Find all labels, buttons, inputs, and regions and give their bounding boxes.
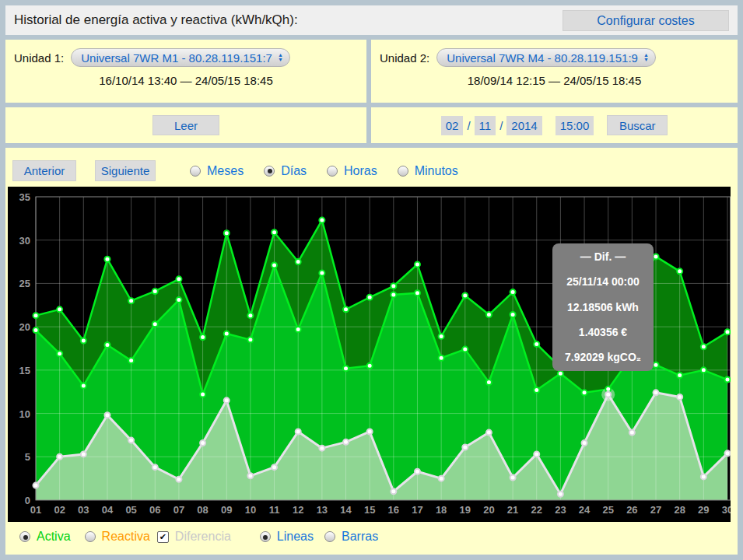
period-option-minutos[interactable]: Minutos [398, 164, 458, 178]
data-point[interactable] [104, 412, 110, 418]
data-point[interactable] [558, 492, 563, 497]
legend-option-diferencia[interactable]: ✔ Diferencia [157, 530, 231, 544]
radio-icon-selected[interactable] [260, 531, 271, 542]
data-point[interactable] [57, 306, 62, 312]
data-point[interactable] [57, 351, 62, 356]
data-point[interactable] [176, 276, 181, 282]
data-point[interactable] [534, 451, 539, 457]
data-point[interactable] [33, 313, 39, 318]
data-point[interactable] [296, 327, 301, 332]
data-point[interactable] [582, 390, 587, 395]
unit1-device-select[interactable]: Universal 7WR M1 - 80.28.119.151:7 ▲▼ [71, 48, 290, 67]
legend-option-lineas[interactable]: Lineas [260, 530, 314, 544]
data-point[interactable] [582, 440, 587, 446]
data-point[interactable] [677, 268, 682, 274]
radio-icon[interactable] [85, 531, 96, 542]
period-option-meses[interactable]: Meses [190, 164, 244, 178]
data-point[interactable] [319, 446, 324, 451]
data-point[interactable] [224, 397, 230, 403]
data-point[interactable] [486, 312, 492, 317]
period-option-horas[interactable]: Horas [327, 164, 377, 178]
month-field[interactable]: 11 [475, 116, 496, 135]
data-point[interactable] [104, 257, 110, 262]
data-point[interactable] [104, 342, 110, 348]
radio-icon-selected[interactable] [264, 166, 275, 177]
data-point[interactable] [200, 440, 205, 446]
data-point[interactable] [654, 362, 659, 368]
data-point[interactable] [81, 451, 86, 457]
data-point[interactable] [510, 312, 516, 317]
data-point[interactable] [247, 313, 253, 318]
data-point[interactable] [128, 298, 134, 303]
data-point[interactable] [391, 292, 396, 297]
radio-icon[interactable] [190, 166, 201, 177]
data-point[interactable] [296, 429, 301, 434]
data-point[interactable] [200, 392, 205, 397]
data-point[interactable] [701, 474, 706, 479]
data-point[interactable] [152, 464, 158, 470]
data-point[interactable] [510, 475, 516, 481]
data-point[interactable] [176, 297, 181, 303]
data-point[interactable] [724, 329, 730, 334]
data-point[interactable] [439, 355, 444, 361]
data-point[interactable] [33, 327, 39, 333]
data-point[interactable] [200, 334, 205, 340]
data-point[interactable] [677, 394, 682, 400]
data-point[interactable] [462, 445, 468, 450]
data-point[interactable] [629, 430, 635, 436]
read-button[interactable]: Leer [152, 115, 219, 135]
checkbox-checked-icon[interactable]: ✔ [157, 531, 169, 543]
next-button[interactable]: Siguiente [95, 160, 156, 181]
data-point[interactable] [367, 363, 373, 369]
data-point[interactable] [701, 344, 706, 349]
data-point[interactable] [247, 337, 253, 342]
data-point[interactable] [128, 438, 134, 443]
data-point[interactable] [534, 341, 539, 347]
data-point[interactable] [343, 306, 349, 312]
data-point[interactable] [677, 373, 682, 378]
data-point[interactable] [81, 338, 86, 343]
data-point[interactable] [701, 367, 706, 373]
data-point[interactable] [486, 430, 492, 436]
radio-icon[interactable] [398, 166, 408, 177]
legend-option-barras[interactable]: Barras [324, 530, 378, 544]
data-point[interactable] [272, 464, 277, 470]
data-point[interactable] [534, 387, 539, 393]
data-point[interactable] [415, 261, 420, 267]
data-point[interactable] [391, 488, 396, 494]
day-field[interactable]: 02 [441, 116, 464, 135]
period-option-dias[interactable]: Días [264, 164, 307, 178]
data-point[interactable] [462, 347, 468, 352]
data-point[interactable] [391, 283, 396, 289]
previous-button[interactable]: Anterior [12, 160, 76, 181]
data-point[interactable] [272, 229, 277, 235]
data-point[interactable] [724, 450, 730, 456]
data-point[interactable] [296, 259, 301, 264]
data-point[interactable] [343, 439, 349, 445]
data-point[interactable] [176, 477, 181, 482]
data-point[interactable] [128, 358, 134, 363]
year-field[interactable]: 2014 [506, 116, 541, 135]
data-point[interactable] [367, 429, 373, 434]
data-point[interactable] [152, 289, 158, 294]
data-point[interactable] [462, 293, 468, 299]
data-point[interactable] [367, 295, 373, 300]
data-point[interactable] [654, 390, 659, 395]
data-point[interactable] [654, 254, 659, 259]
data-point[interactable] [724, 377, 730, 383]
radio-icon-selected[interactable] [19, 531, 30, 542]
radio-icon[interactable] [324, 531, 335, 542]
data-point[interactable] [319, 218, 324, 223]
data-point[interactable] [33, 483, 39, 488]
time-field[interactable]: 15:00 [555, 116, 594, 135]
data-point[interactable] [152, 321, 158, 327]
data-point[interactable] [605, 392, 611, 397]
data-point[interactable] [510, 289, 516, 295]
data-point[interactable] [319, 271, 324, 276]
legend-option-reactiva[interactable]: Reactiva [85, 530, 150, 544]
data-point[interactable] [57, 454, 62, 460]
data-point[interactable] [439, 334, 444, 339]
data-point[interactable] [415, 469, 420, 474]
data-point[interactable] [439, 476, 444, 481]
data-point[interactable] [247, 473, 253, 478]
